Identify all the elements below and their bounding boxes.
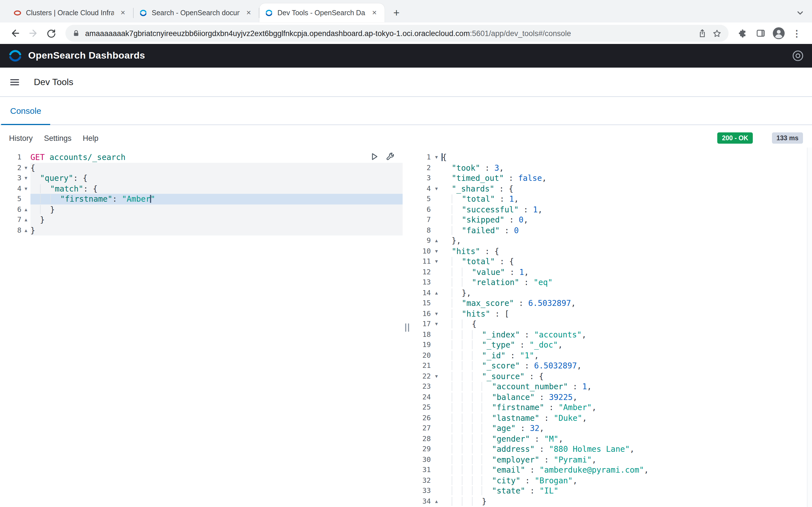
fold-toggle-icon[interactable]: ▴ — [431, 235, 442, 246]
code-line-3[interactable]: 3▾ "query": { — [0, 173, 403, 183]
code-line-7[interactable]: 7▴ } — [0, 215, 403, 225]
fold-toggle-icon[interactable]: ▾ — [431, 183, 442, 194]
browser-menu-kebab-icon[interactable]: ⋮ — [788, 25, 805, 42]
code-line-3[interactable]: 3 "timed_out" : false, — [412, 173, 812, 183]
response-code[interactable]: 1▾{2 "took" : 3,3 "timed_out" : false,4▾… — [412, 148, 812, 507]
line-number: 7 — [0, 215, 21, 225]
screen: Clusters | Oracle Cloud Infrastr × Searc… — [0, 0, 812, 507]
code-line-24[interactable]: 24 "balance" : 39225, — [412, 392, 812, 402]
response-scrollbar[interactable] — [807, 148, 812, 507]
code-line-26[interactable]: 26 "lastname" : "Duke", — [412, 413, 812, 423]
code-line-25[interactable]: 25 "firstname" : "Amber", — [412, 402, 812, 413]
code-line-33[interactable]: 33 "state" : "IL" — [412, 486, 812, 496]
code-text: { — [31, 163, 403, 173]
code-line-8[interactable]: 8 "failed" : 0 — [412, 225, 812, 235]
code-line-5[interactable]: 5 "total" : 1, — [412, 194, 812, 204]
request-options-wrench-icon[interactable] — [386, 152, 395, 161]
code-line-6[interactable]: 6 "successful" : 1, — [412, 204, 812, 215]
fold-spacer — [431, 267, 442, 277]
fold-toggle-icon[interactable]: ▾ — [21, 163, 31, 173]
code-line-13[interactable]: 13 "relation" : "eq" — [412, 277, 812, 288]
tab-search-chevron-icon[interactable] — [796, 9, 804, 17]
code-line-32[interactable]: 32 "city" : "Brogan", — [412, 475, 812, 486]
browser-tab-dev-tools-active[interactable]: Dev Tools - OpenSearch Dash × — [259, 3, 385, 22]
tab-close-icon[interactable]: × — [118, 8, 128, 17]
code-line-30[interactable]: 30 "employer" : "Pyrami", — [412, 454, 812, 465]
tab-console[interactable]: Console — [1, 97, 50, 125]
code-line-19[interactable]: 19 "_type" : "_doc", — [412, 340, 812, 350]
forward-button[interactable] — [25, 25, 42, 42]
pane-resizer[interactable] — [403, 148, 412, 507]
code-line-34[interactable]: 34▴ } — [412, 496, 812, 506]
share-icon[interactable] — [698, 29, 707, 38]
fold-spacer — [431, 225, 442, 235]
menu-settings[interactable]: Settings — [44, 134, 71, 142]
fold-toggle-icon[interactable]: ▾ — [431, 319, 442, 329]
fold-toggle-icon[interactable]: ▴ — [21, 204, 31, 215]
tab-close-icon[interactable]: × — [370, 8, 379, 17]
request-editor[interactable]: 1GET accounts/_search2▾{3▾ "query": {4▾ … — [0, 148, 403, 507]
code-line-9[interactable]: 9▴ }, — [412, 235, 812, 246]
code-line-12[interactable]: 12 "value" : 1, — [412, 267, 812, 277]
code-line-2[interactable]: 2▾{ — [0, 163, 403, 173]
menu-history[interactable]: History — [9, 134, 33, 142]
new-tab-button[interactable]: + — [389, 6, 404, 20]
code-line-8[interactable]: 8▴} — [0, 225, 403, 235]
code-line-15[interactable]: 15 "max_score" : 6.5032897, — [412, 298, 812, 308]
fold-toggle-icon[interactable]: ▾ — [431, 308, 442, 319]
back-button[interactable] — [7, 25, 24, 42]
menu-help[interactable]: Help — [83, 134, 99, 142]
code-line-7[interactable]: 7 "skipped" : 0, — [412, 215, 812, 225]
code-line-5[interactable]: 5 "firstname": "Amber" — [0, 194, 403, 204]
code-line-4[interactable]: 4▾ "_shards" : { — [412, 183, 812, 194]
code-line-22[interactable]: 22▾ "_source" : { — [412, 371, 812, 381]
send-request-play-icon[interactable] — [370, 152, 379, 161]
code-line-1[interactable]: 1GET accounts/_search — [0, 152, 403, 163]
code-line-17[interactable]: 17▾ { — [412, 319, 812, 329]
browser-tab-oracle-clusters[interactable]: Clusters | Oracle Cloud Infrastr × — [8, 3, 133, 22]
fold-toggle-icon[interactable]: ▾ — [21, 183, 31, 194]
code-line-4[interactable]: 4▾ "match": { — [0, 183, 403, 194]
fold-toggle-icon[interactable]: ▴ — [431, 288, 442, 298]
tab-close-icon[interactable]: × — [244, 8, 253, 17]
site-info-lock-icon[interactable] — [72, 29, 80, 37]
code-line-14[interactable]: 14▴ }, — [412, 288, 812, 298]
extensions-puzzle-icon[interactable] — [734, 25, 751, 42]
fold-toggle-icon[interactable]: ▴ — [431, 496, 442, 506]
hamburger-menu-icon[interactable] — [9, 76, 20, 88]
code-line-28[interactable]: 28 "gender" : "M", — [412, 434, 812, 444]
request-code[interactable]: 1GET accounts/_search2▾{3▾ "query": {4▾ … — [0, 148, 403, 507]
code-line-18[interactable]: 18 "_index" : "accounts", — [412, 329, 812, 340]
browser-tab-opensearch-docs[interactable]: Search - OpenSearch documen × — [134, 3, 259, 22]
code-line-1[interactable]: 1▾{ — [412, 152, 812, 163]
reload-button[interactable] — [43, 25, 60, 42]
resizer-grip-icon[interactable] — [405, 323, 409, 332]
header-menu-icon[interactable] — [792, 50, 804, 62]
fold-toggle-icon[interactable]: ▾ — [431, 152, 442, 163]
code-line-31[interactable]: 31 "email" : "amberduke@pyrami.com", — [412, 465, 812, 475]
profile-avatar[interactable] — [770, 25, 787, 42]
bookmark-star-icon[interactable] — [712, 29, 722, 38]
response-viewer[interactable]: 1▾{2 "took" : 3,3 "timed_out" : false,4▾… — [412, 148, 812, 507]
code-line-23[interactable]: 23 "account_number" : 1, — [412, 381, 812, 392]
code-line-11[interactable]: 11▾ "total" : { — [412, 256, 812, 267]
fold-toggle-icon[interactable]: ▴ — [21, 225, 31, 235]
code-line-27[interactable]: 27 "age" : 32, — [412, 423, 812, 434]
fold-spacer — [431, 475, 442, 486]
fold-toggle-icon[interactable]: ▾ — [431, 371, 442, 381]
code-line-16[interactable]: 16▾ "hits" : [ — [412, 308, 812, 319]
code-line-21[interactable]: 21 "_score" : 6.5032897, — [412, 360, 812, 371]
fold-toggle-icon[interactable]: ▾ — [431, 256, 442, 267]
code-line-10[interactable]: 10▾ "hits" : { — [412, 246, 812, 256]
code-line-6[interactable]: 6▴ } — [0, 204, 403, 215]
code-line-29[interactable]: 29 "address" : "880 Holmes Lane", — [412, 444, 812, 454]
address-bar[interactable]: amaaaaaaak7gbriatcnyireeuzbb6iiorgdxbn4u… — [65, 25, 728, 42]
side-panel-icon[interactable] — [752, 25, 769, 42]
console-toolbar: History Settings Help 200 - OK 133 ms — [0, 125, 812, 148]
fold-toggle-icon[interactable]: ▾ — [431, 246, 442, 256]
fold-toggle-icon[interactable]: ▾ — [21, 173, 31, 183]
fold-toggle-icon[interactable]: ▴ — [21, 215, 31, 225]
line-number: 23 — [412, 381, 431, 392]
code-line-2[interactable]: 2 "took" : 3, — [412, 163, 812, 173]
code-line-20[interactable]: 20 "_id" : "1", — [412, 350, 812, 360]
